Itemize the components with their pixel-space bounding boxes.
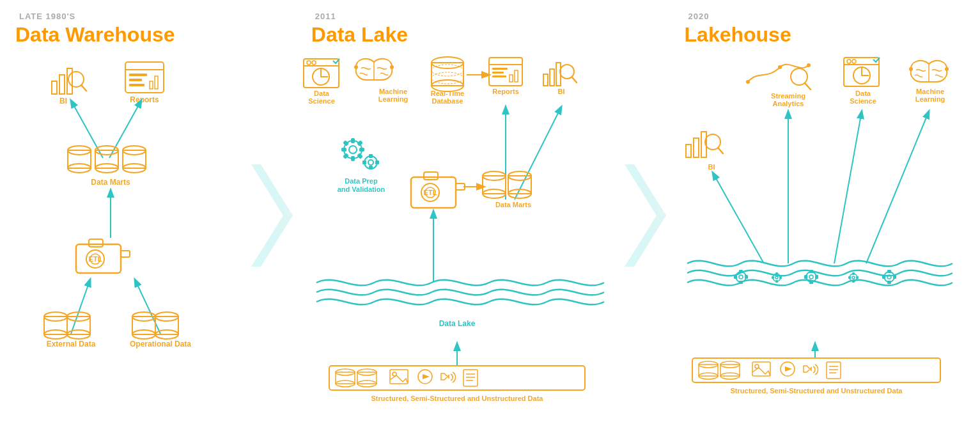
svg-point-47 [307,61,311,65]
svg-rect-68 [543,74,548,86]
era1-datamarts-label: Data Marts [91,178,131,187]
era2-diagram: Data Science Machine Learning [297,52,617,391]
era2-structureddata-label: Structured, Semi-Structured and Unstruct… [371,395,543,402]
svg-rect-162 [772,276,774,279]
era3-datascience-label: Data [855,90,871,97]
era3-bi-label: BI [708,163,715,171]
svg-line-145 [713,173,764,263]
svg-point-135 [945,67,949,71]
svg-text:Learning: Learning [378,95,407,103]
svg-rect-155 [809,281,813,284]
svg-rect-97 [343,153,349,159]
svg-point-134 [909,67,913,71]
svg-rect-109 [336,372,355,384]
svg-text:Science: Science [850,97,876,105]
svg-rect-137 [686,145,691,157]
era1-externaldata-label: External Data [47,340,96,349]
era3-year: 2020 [688,12,710,21]
svg-line-141 [719,148,723,153]
svg-rect-92 [351,156,355,161]
svg-line-4 [81,85,86,91]
svg-rect-91 [351,138,355,143]
svg-rect-148 [739,270,743,273]
svg-point-90 [349,146,357,153]
era2-bi-label: BI [557,88,564,95]
era-lakehouse: 2020 Lakehouse Streaming Analytics [669,0,980,431]
svg-rect-93 [341,148,346,152]
svg-rect-87 [456,184,465,190]
svg-rect-166 [887,270,891,273]
svg-text:ETL: ETL [423,189,437,196]
svg-rect-94 [359,148,364,152]
era2-reports-label: Reports [492,88,519,95]
svg-text:and Validation: and Validation [337,185,385,193]
svg-rect-117 [463,370,478,386]
svg-rect-163 [779,276,782,279]
svg-rect-0 [52,81,57,94]
svg-rect-9 [129,84,144,86]
svg-line-13 [109,100,141,158]
era3-title: Lakehouse [685,24,791,46]
svg-text:Analytics: Analytics [772,100,804,107]
svg-point-121 [746,80,750,84]
svg-line-72 [572,77,577,82]
svg-rect-154 [809,270,813,273]
svg-rect-112 [357,372,377,384]
svg-rect-104 [375,161,379,164]
svg-rect-169 [893,275,896,279]
svg-rect-96 [357,140,363,146]
svg-rect-101 [369,154,373,158]
svg-point-71 [560,65,574,79]
arrow-divider-1 [245,0,296,431]
era2-datalake-label: Data Lake [439,319,475,328]
svg-point-147 [739,275,743,279]
svg-point-171 [852,276,855,279]
era-datalake: 2011 Data Lake Data Science [296,0,618,431]
svg-rect-11 [155,76,158,89]
svg-rect-138 [694,138,699,157]
svg-point-48 [312,61,316,65]
svg-line-74 [515,107,561,200]
svg-rect-66 [509,75,513,82]
era2-dataprep-label: Data Prep [345,177,378,185]
svg-rect-2 [67,68,72,94]
svg-rect-149 [739,281,743,284]
era2-realtimedb-label: Real-Time [430,90,463,97]
era3-streaming-label: Streaming [771,92,805,100]
svg-rect-69 [550,69,554,86]
svg-line-12 [71,100,103,158]
svg-rect-161 [775,280,778,283]
era2-title: Data Lake [311,24,408,46]
svg-rect-65 [492,75,506,77]
era-warehouse: LATE 1980'S Data Warehouse BI [0,0,245,431]
svg-rect-156 [804,275,807,279]
svg-rect-167 [887,281,891,284]
svg-rect-172 [852,272,855,275]
svg-rect-7 [129,74,147,76]
svg-rect-63 [492,68,508,70]
svg-rect-173 [852,280,855,283]
diagram: LATE 1980'S Data Warehouse BI [0,0,980,431]
svg-point-58 [432,72,463,84]
svg-rect-160 [775,272,778,275]
svg-line-125 [805,83,811,90]
svg-point-159 [775,276,778,279]
arrow-divider-2 [618,0,669,431]
svg-rect-187 [827,362,841,379]
svg-point-57 [432,65,463,76]
svg-rect-103 [362,161,366,164]
svg-point-130 [847,59,851,63]
svg-rect-168 [882,275,885,279]
era1-reports-label: Reports [130,95,160,104]
svg-rect-175 [856,276,859,279]
svg-rect-1 [59,75,65,94]
era2-ml-label: Machine [379,88,407,95]
svg-rect-182 [720,364,740,376]
svg-rect-10 [150,81,153,89]
svg-point-164 [884,272,894,282]
svg-line-143 [834,111,862,263]
svg-text:ETL: ETL [89,255,102,263]
svg-line-30 [71,279,90,334]
svg-rect-150 [734,275,737,279]
svg-rect-102 [369,166,373,169]
